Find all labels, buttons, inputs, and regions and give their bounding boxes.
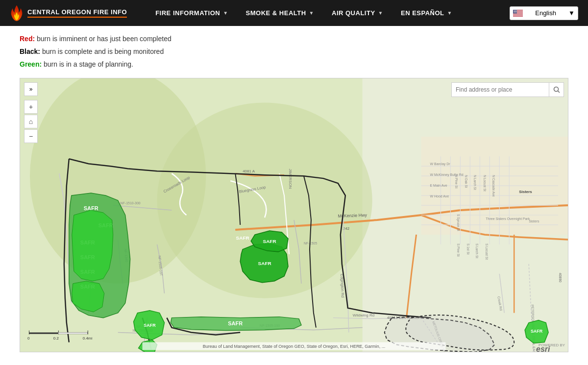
legend-red: Red: burn is imminent or has just been c…: [20, 35, 568, 43]
svg-rect-4: [513, 13, 523, 14]
language-label: English: [535, 9, 556, 17]
svg-text:S Pine St: S Pine St: [457, 243, 460, 257]
svg-text:N Oak St: N Oak St: [465, 175, 468, 188]
svg-point-24: [515, 12, 516, 12]
svg-point-25: [516, 12, 516, 12]
svg-text:JIMERSON: JIMERSON: [288, 169, 293, 189]
svg-text:Sisters: Sisters: [519, 190, 532, 194]
svg-text:W McKinney Butte Rd: W McKinney Butte Rd: [430, 173, 464, 177]
map-container[interactable]: McKenzie Hwy 242 Crossroads Loop Bluegra…: [20, 78, 568, 352]
svg-text:W Hood Ave: W Hood Ave: [430, 195, 449, 198]
legend-section: Red: burn is imminent or has just been c…: [0, 26, 588, 78]
svg-text:S 1st St: S 1st St: [466, 243, 470, 255]
svg-text:4081 A: 4081 A: [243, 169, 255, 173]
language-selector[interactable]: English ▼: [510, 6, 578, 20]
svg-point-125: [554, 87, 558, 92]
svg-text:SAFR: SAFR: [258, 261, 271, 266]
svg-text:W Barclay Dr: W Barclay Dr: [430, 162, 451, 166]
svg-point-27: [514, 12, 515, 13]
svg-point-10: [515, 10, 515, 10]
svg-point-13: [514, 10, 514, 11]
svg-text:N Pine St: N Pine St: [455, 175, 458, 189]
svg-text:Three Sisters Overnight Park: Three Sisters Overnight Park: [486, 217, 530, 221]
chevron-down-icon: ▼: [223, 10, 228, 16]
svg-point-15: [515, 10, 516, 11]
svg-text:NF-1510-300: NF-1510-300: [121, 201, 141, 205]
navbar: CENTRAL OREGON FIRE INFO FIRE INFORMATIO…: [0, 0, 588, 26]
svg-point-20: [516, 11, 516, 12]
legend-green: Green: burn is in a stage of planning.: [20, 60, 568, 68]
svg-rect-6: [513, 15, 523, 16]
svg-point-26: [514, 12, 514, 13]
svg-point-9: [514, 10, 515, 10]
svg-point-16: [516, 10, 516, 11]
site-logo[interactable]: CENTRAL OREGON FIRE INFO: [10, 4, 127, 22]
svg-rect-114: [29, 333, 58, 334]
nav-item-air-quality[interactable]: AIR QUALITY ▼: [323, 0, 392, 26]
chevron-down-icon: ▼: [378, 10, 383, 16]
svg-text:N Larch St: N Larch St: [473, 175, 477, 190]
svg-point-12: [516, 10, 517, 10]
svg-point-18: [514, 11, 515, 12]
search-button[interactable]: [549, 82, 564, 97]
svg-text:N Cascade Ave: N Cascade Ave: [492, 175, 495, 197]
nav-item-fire-information[interactable]: FIRE INFORMATION ▼: [147, 0, 237, 26]
svg-rect-116: [58, 333, 88, 334]
svg-point-28: [515, 12, 515, 13]
svg-point-30: [516, 12, 517, 13]
nav-menu: FIRE INFORMATION ▼ SMOKE & HEALTH ▼ AIR …: [147, 0, 510, 26]
chevron-down-icon: ▼: [447, 10, 452, 16]
map-toolbar: » + ⌂ −: [24, 82, 38, 143]
svg-point-11: [516, 10, 516, 10]
svg-text:S Larch St: S Larch St: [475, 243, 479, 258]
svg-marker-99: [72, 210, 113, 281]
svg-text:40890: 40890: [559, 273, 562, 283]
svg-point-23: [514, 12, 515, 12]
svg-point-8: [514, 10, 514, 10]
chevron-down-icon: ▼: [309, 10, 314, 16]
map-search[interactable]: [451, 82, 564, 97]
nav-item-espanol[interactable]: EN ESPAÑOL ▼: [392, 0, 461, 26]
legend-black: Black: burn is complete and is being mon…: [20, 48, 568, 55]
svg-text:S Spruce St: S Spruce St: [456, 214, 460, 231]
svg-point-17: [514, 11, 514, 12]
chevron-down-icon: ▼: [568, 9, 575, 17]
svg-text:E Main Ave: E Main Ave: [430, 184, 447, 187]
svg-point-19: [515, 11, 515, 12]
svg-line-126: [558, 91, 560, 93]
svg-text:Wildwing Rd: Wildwing Rd: [353, 313, 374, 317]
search-icon: [553, 86, 560, 93]
svg-point-14: [514, 10, 515, 11]
zoom-in-button[interactable]: +: [24, 100, 38, 114]
svg-text:0: 0: [27, 336, 30, 341]
collapse-panel-button[interactable]: »: [24, 82, 38, 96]
svg-text:Sisters: Sisters: [529, 219, 539, 223]
flag-icon: [513, 10, 523, 17]
language-dropdown[interactable]: English ▼: [510, 6, 578, 20]
svg-text:SAFR: SAFR: [236, 235, 249, 241]
svg-text:0.4mi: 0.4mi: [83, 336, 93, 341]
svg-rect-5: [513, 14, 523, 15]
svg-text:SAFR: SAFR: [531, 329, 543, 334]
svg-point-22: [514, 12, 514, 12]
svg-text:SAFR: SAFR: [144, 323, 156, 328]
map-svg: McKenzie Hwy 242 Crossroads Loop Bluegra…: [20, 78, 568, 352]
search-input[interactable]: [451, 82, 549, 97]
site-title: CENTRAL OREGON FIRE INFO: [27, 8, 127, 18]
zoom-out-button[interactable]: −: [24, 129, 38, 143]
svg-point-29: [516, 12, 516, 13]
svg-text:N Locust St: N Locust St: [483, 175, 487, 192]
home-button[interactable]: ⌂: [24, 115, 38, 128]
svg-text:SAFR: SAFR: [263, 239, 276, 244]
svg-text:0.2: 0.2: [53, 336, 59, 341]
svg-text:S Locust St: S Locust St: [485, 243, 489, 260]
svg-text:Bureau of Land Management, Sta: Bureau of Land Management, State of Oreg…: [203, 344, 385, 349]
svg-text:SAFR: SAFR: [228, 320, 243, 326]
svg-text:esri: esri: [536, 345, 550, 352]
flame-icon: [10, 4, 24, 22]
nav-item-smoke-health[interactable]: SMOKE & HEALTH ▼: [237, 0, 323, 26]
svg-rect-117: [88, 331, 88, 335]
svg-point-21: [516, 11, 517, 12]
